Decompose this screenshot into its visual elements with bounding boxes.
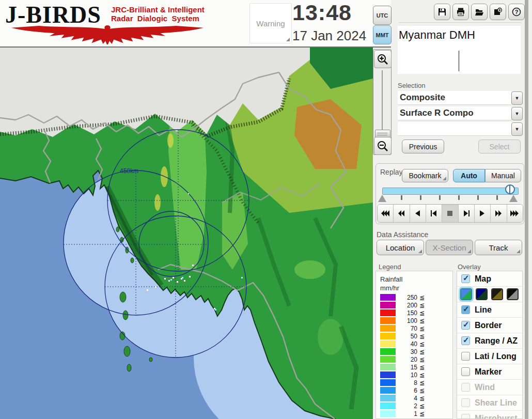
save-button[interactable] xyxy=(434,4,450,20)
legend-entry: 15 ≦ xyxy=(376,363,452,371)
rewind-fast-button[interactable] xyxy=(378,205,394,222)
legend-color-swatch xyxy=(380,356,396,363)
overlay-row[interactable]: Marker xyxy=(457,364,522,380)
replay-slider-track[interactable] xyxy=(382,188,519,195)
legend-color-swatch xyxy=(380,325,396,332)
map-style-swatch[interactable] xyxy=(491,288,503,300)
legend-color-swatch xyxy=(380,387,396,394)
play-reverse-icon xyxy=(415,210,420,216)
zoom-out-button[interactable] xyxy=(374,137,392,155)
select-button[interactable]: Select xyxy=(478,139,521,153)
skip-last-button[interactable] xyxy=(459,205,475,222)
overlay-row[interactable]: Lati / Long xyxy=(457,349,522,364)
forward-fast-icon xyxy=(510,210,519,216)
legend-value: 2 xyxy=(396,402,417,410)
overlay-item-label: Marker xyxy=(475,367,502,377)
comment-input[interactable] xyxy=(398,49,521,74)
product-option-value[interactable] xyxy=(398,122,511,136)
svg-text:?: ? xyxy=(515,9,519,15)
overlay-row[interactable]: Border xyxy=(457,318,522,333)
replay-label: Replay xyxy=(380,168,403,176)
product-category-value[interactable]: Composite xyxy=(398,91,511,105)
product-type-dropdown-button[interactable]: ▼ xyxy=(511,107,523,120)
legend-entry: 50 ≦ xyxy=(376,332,452,340)
bookmark-button[interactable]: Bookmark xyxy=(402,169,448,182)
map-checkbox[interactable] xyxy=(461,274,470,283)
legend-entry: 20 ≦ xyxy=(376,355,452,363)
help-button[interactable]: ? xyxy=(508,4,525,20)
overlay-row[interactable]: Wind xyxy=(457,380,522,395)
overlay-label: Overlay xyxy=(458,263,481,271)
utc-button[interactable]: UTC xyxy=(373,6,392,25)
overlay-item-label: Wind xyxy=(475,383,495,392)
legend-value: 4 xyxy=(396,395,417,402)
overlay-checkbox[interactable] xyxy=(461,305,470,314)
product-category-dropdown-button[interactable]: ▼ xyxy=(511,91,523,105)
product-option-dropdown-button[interactable]: ▼ xyxy=(511,122,523,136)
overlay-row[interactable]: Range / AZ xyxy=(457,333,522,349)
print-button[interactable] xyxy=(452,4,469,20)
legend-lte-symbol: ≦ xyxy=(419,317,425,324)
legend-label: Legend xyxy=(379,263,401,271)
open-folder-icon xyxy=(475,7,484,17)
forward-button[interactable] xyxy=(491,205,507,222)
overlay-checkbox[interactable] xyxy=(461,414,470,419)
overlay-checkbox[interactable] xyxy=(461,352,470,361)
add-image-button[interactable] xyxy=(490,4,506,20)
replay-slider-thumb[interactable] xyxy=(505,184,515,194)
zoom-in-button[interactable] xyxy=(374,50,392,68)
legend-color-swatch xyxy=(380,317,396,324)
overlay-row[interactable]: Shear Line xyxy=(457,395,522,411)
stop-button[interactable] xyxy=(442,205,458,222)
zoom-in-magnifier-icon xyxy=(377,54,388,65)
rewind-icon xyxy=(398,210,405,216)
legend-color-swatch xyxy=(380,309,396,316)
overlay-checkbox[interactable] xyxy=(461,321,470,330)
map-style-swatch[interactable] xyxy=(507,288,519,300)
legend-entry: 150 ≦ xyxy=(376,309,452,317)
overlay-row[interactable]: Microburst xyxy=(457,411,522,419)
forward-fast-button[interactable] xyxy=(507,205,523,222)
auto-mode-button[interactable]: Auto xyxy=(453,169,485,182)
replay-range-end-marker[interactable] xyxy=(509,195,518,202)
xsection-button[interactable]: X-Section xyxy=(426,240,473,255)
jbirds-window: { "header": { "logo": {"title": "J-BIRDS… xyxy=(0,0,532,419)
overlay-checkbox[interactable] xyxy=(461,398,470,407)
rewind-button[interactable] xyxy=(394,205,410,222)
legend-color-swatch xyxy=(380,395,396,401)
panel-splitter[interactable] xyxy=(525,0,528,419)
skip-first-button[interactable] xyxy=(426,205,442,222)
open-folder-button[interactable] xyxy=(471,4,488,20)
play-reverse-button[interactable] xyxy=(410,205,426,222)
previous-button[interactable]: Previous xyxy=(402,139,444,153)
radar-map-viewport[interactable]: 450km xyxy=(0,48,373,419)
map-style-swatch[interactable] xyxy=(476,288,488,300)
overlay-checkbox[interactable] xyxy=(461,383,470,392)
location-button[interactable]: Location xyxy=(377,240,424,255)
skip-last-icon xyxy=(463,210,470,216)
chevron-down-icon: ▼ xyxy=(515,96,520,101)
product-type-value[interactable]: Surface R Compo xyxy=(398,106,511,120)
save-icon xyxy=(437,7,447,17)
overlay-checkbox[interactable] xyxy=(461,336,470,345)
play-icon xyxy=(480,210,485,216)
map-style-swatch[interactable] xyxy=(460,288,472,300)
play-button[interactable] xyxy=(475,205,491,222)
warning-button[interactable]: Warning xyxy=(249,3,292,43)
chevron-down-icon: ▼ xyxy=(515,111,520,116)
overlay-item-label: Map xyxy=(475,274,491,284)
overlay-item-label: Range / AZ xyxy=(475,336,518,346)
manual-mode-button[interactable]: Manual xyxy=(485,169,521,182)
legend-value: 100 xyxy=(396,317,417,324)
range-ring-label: 450km xyxy=(120,167,138,175)
overlay-checkbox[interactable] xyxy=(461,367,470,376)
zoom-slider-track[interactable] xyxy=(382,70,383,130)
slider-tick xyxy=(458,195,460,200)
overlay-row[interactable]: Line xyxy=(457,302,522,318)
mmt-button[interactable]: MMT xyxy=(373,25,392,44)
map-zoom-control xyxy=(373,49,392,155)
track-button[interactable]: Track xyxy=(475,240,522,255)
legend-color-swatch xyxy=(380,402,396,409)
overlay-row-map[interactable]: Map xyxy=(457,271,522,287)
replay-range-start-marker[interactable] xyxy=(378,195,386,202)
